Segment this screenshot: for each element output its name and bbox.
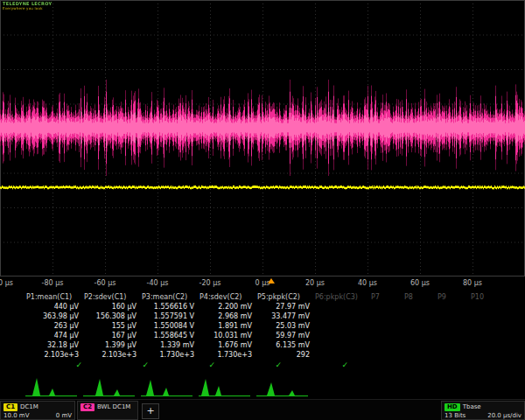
timebase-descriptor[interactable]: HD Tbase 13 Bits 20.0 µs/div [441,401,525,420]
param-status-check: ✓ [224,360,290,369]
param-stat-row: 363.98 µV156.308 µV1.557591 V2.968 mV33.… [0,312,525,321]
param-stat-row: 2.103e+32.103e+31.730e+31.730e+3292 [0,350,525,360]
waveform-grid[interactable] [0,0,525,276]
param-header[interactable]: P2:sdev(C1) [82,293,140,301]
measurement-table: P1:mean(C1)P2:sdev(C1)P3:mean(C2)P4:sdev… [0,292,525,369]
param-histicon [82,375,136,398]
param-value: 167 µV [82,332,140,340]
param-value: 1.558645 V [140,332,198,340]
c1-descriptor-header: C1 DC1M [4,402,72,411]
param-stat-row: 440 µV160 µV1.556616 V2.200 mV27.97 mV [0,302,525,312]
param-value: 33.477 mV [256,312,313,320]
param-status-check: ✓ [91,360,158,369]
param-value: 2.968 mV [198,312,256,320]
param-value: 2.103e+3 [24,351,82,359]
time-axis-label: -100 µs [0,279,13,287]
time-axis-label: -40 µs [147,279,169,287]
param-value: 1.556616 V [140,303,198,311]
c2-chip: C2 [80,403,94,411]
param-value: 1.891 mV [198,322,256,330]
param-value: 1.730e+3 [198,351,256,359]
param-value: 292 [256,351,313,359]
param-value: 363.98 µV [24,312,82,320]
param-value: 1.339 mV [140,341,198,349]
param-header-row: P1:mean(C1)P2:sdev(C1)P3:mean(C2)P4:sdev… [0,292,525,302]
time-axis: -100 µs-80 µs-60 µs-40 µs-20 µs0 µs20 µs… [0,277,525,290]
param-value: 160 µV [82,303,140,311]
time-axis-label: 20 µs [305,279,325,287]
param-header-inactive[interactable]: P10 [469,293,502,301]
param-value: 1.676 mV [198,341,256,349]
param-value: 59.97 mV [256,332,313,340]
timebase-label: Tbase [463,403,481,410]
time-axis-label: 40 µs [358,279,377,287]
param-header[interactable]: P1:mean(C1) [24,293,82,301]
param-status-check: ✓ [290,360,357,369]
c1-chip: C1 [4,403,18,411]
param-value: 32.18 µV [24,341,82,349]
timebase-bits: 13 Bits [444,412,466,419]
c2-coupling: BWL DC1M [97,403,130,410]
param-value: 2.200 mV [198,303,256,311]
param-histicon [256,375,310,398]
c1-offset: 0 mV [56,412,72,419]
hd-badge: HD [444,403,460,411]
param-value: 1.730e+3 [140,351,198,359]
c1-coupling: DC1M [20,403,38,410]
param-stat-row: 32.18 µV1.399 µV1.339 mV1.676 mV6.135 mV [0,340,525,350]
time-axis-label: 80 µs [463,279,482,287]
param-value: 440 µV [24,303,82,311]
timebase-scale: 20.0 µs/div [487,412,522,419]
param-value: 1.557591 V [140,312,198,320]
time-axis-label: 60 µs [410,279,430,287]
param-value: 156.308 µV [82,312,140,320]
channel-descriptor-c1[interactable]: C1 DC1M 10.0 mV 0 mV [0,401,75,420]
channel-descriptor-c2[interactable]: C2 BWL DC1M [77,401,138,420]
param-header[interactable]: P3:mean(C2) [140,293,198,301]
c1-scale: 10.0 mV [4,412,29,419]
param-value: 155 µV [82,322,140,330]
trigger-time-marker[interactable] [268,278,275,284]
param-histicon [24,375,79,398]
param-status-row: ✓✓✓✓✓ [0,360,525,369]
histicon-row [0,374,525,399]
param-value: 2.103e+3 [82,351,140,359]
oscilloscope-screen: TELEDYNE LECROY Everywhere you look -100… [0,0,525,420]
param-histicon [140,375,194,398]
param-value: 474 µV [24,332,82,340]
param-value: 27.97 mV [256,303,313,311]
c1-descriptor-values: 10.0 mV 0 mV [4,411,72,420]
param-header-inactive[interactable]: P8 [402,293,436,301]
param-header[interactable]: P4:sdev(C2) [198,293,256,301]
add-trace-button[interactable]: + [142,403,159,419]
c2-descriptor-header: C2 BWL DC1M [80,402,135,411]
param-header-inactive[interactable]: P7 [369,293,402,301]
timebase-values: 13 Bits 20.0 µs/div [444,411,522,420]
param-header-inactive[interactable]: P9 [436,293,469,301]
time-axis-label: -20 µs [200,279,221,287]
param-stat-row: 263 µV155 µV1.550084 V1.891 mV25.03 mV [0,321,525,331]
param-header[interactable]: P5:pkpk(C2) [256,293,313,301]
param-value: 25.03 mV [256,322,313,330]
param-value: 1.399 µV [82,341,140,349]
time-axis-label: -80 µs [42,279,64,287]
param-status-check: ✓ [158,360,224,369]
brand-logo: TELEDYNE LECROY Everywhere you look [3,2,52,10]
param-status-check: ✓ [24,360,91,369]
param-value: 263 µV [24,322,82,330]
brand-line2: Everywhere you look [3,7,52,11]
bottom-bar: C1 DC1M 10.0 mV 0 mV C2 BWL DC1M + HD Tb… [0,399,525,420]
time-axis-label: -60 µs [94,279,116,287]
param-histicon [198,375,252,398]
param-header-inactive[interactable]: P6:pkpk(C3) [313,293,369,301]
param-value: 6.135 mV [256,341,313,349]
param-value: 10.031 mV [198,332,256,340]
param-value: 1.550084 V [140,322,198,330]
timebase-header: HD Tbase [444,402,522,411]
param-stat-row: 474 µV167 µV1.558645 V10.031 mV59.97 mV [0,331,525,340]
